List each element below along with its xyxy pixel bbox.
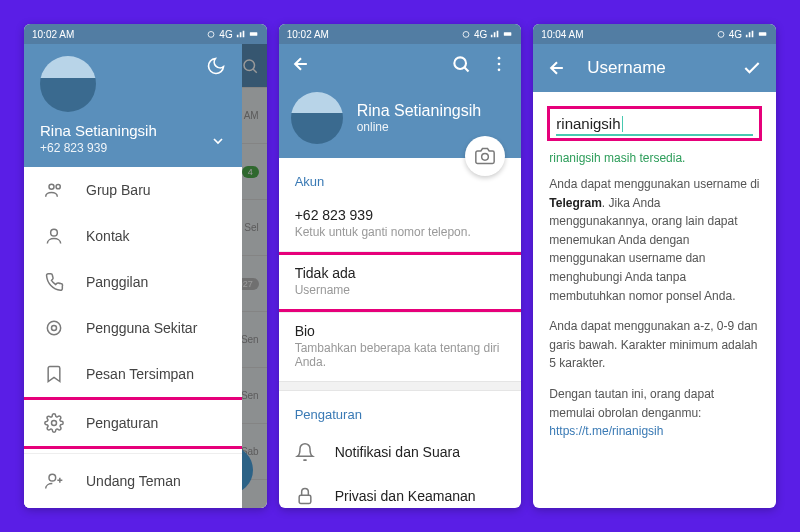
phone-icon — [44, 272, 64, 292]
availability-text: rinanigsih masih tersedia. — [533, 145, 776, 175]
status-time: 10:02 AM — [32, 29, 74, 40]
bio-title: Bio — [295, 323, 506, 339]
signal-icon — [745, 29, 755, 39]
help-text-3: Dengan tautan ini, orang dapat memulai o… — [533, 385, 776, 453]
statusbar: 10:02 AM 4G — [279, 24, 522, 44]
svg-point-8 — [52, 421, 57, 426]
status-time: 10:04 AM — [541, 29, 583, 40]
row-bio[interactable]: Bio Tambahkan beberapa kata tentang diri… — [279, 313, 522, 381]
menu-settings[interactable]: Pengaturan — [24, 400, 242, 446]
gear-icon — [44, 413, 64, 433]
svg-rect-1 — [250, 32, 258, 35]
help-text-1: Anda dapat menggunakan username di Teleg… — [533, 175, 776, 317]
signal-icon — [490, 29, 500, 39]
svg-point-14 — [498, 57, 501, 60]
menu-nearby[interactable]: Pengguna Sekitar — [24, 305, 242, 351]
svg-point-17 — [482, 154, 489, 161]
bio-sub: Tambahkan beberapa kata tentang diri And… — [295, 341, 506, 369]
svg-point-16 — [498, 69, 501, 72]
statusbar: 10:02 AM 4G — [24, 24, 267, 44]
signal-icon — [236, 29, 246, 39]
profile-name: Rina Setianingsih — [40, 122, 226, 139]
section-settings: Pengaturan — [279, 391, 522, 430]
text-cursor — [622, 116, 623, 132]
bookmark-icon — [44, 364, 64, 384]
help-text-2: Anda dapat menggunakan a-z, 0-9 dan gari… — [533, 317, 776, 385]
menu-faq[interactable]: FAQ Telegram — [24, 504, 242, 508]
profile-name: Rina Setianingsih — [357, 102, 482, 120]
svg-point-5 — [51, 229, 58, 236]
alarm-icon — [716, 29, 726, 39]
settings-header: Rina Setianingsih online — [279, 44, 522, 158]
section-divider — [279, 381, 522, 391]
setting-label: Privasi dan Keamanan — [335, 488, 476, 504]
username-header: Username — [533, 44, 776, 92]
alarm-icon — [461, 29, 471, 39]
menu-saved[interactable]: Pesan Tersimpan — [24, 351, 242, 397]
drawer-header: Rina Setianingsih +62 823 939 — [24, 44, 242, 167]
moon-icon — [206, 56, 226, 76]
avatar[interactable] — [40, 56, 96, 112]
svg-rect-12 — [504, 32, 512, 35]
check-icon[interactable] — [742, 58, 762, 78]
svg-rect-18 — [299, 495, 311, 503]
night-mode-toggle[interactable] — [206, 56, 226, 80]
highlight-username: Tidak ada Username — [279, 252, 522, 312]
menu-label: Undang Teman — [86, 473, 181, 489]
row-notifications[interactable]: Notifikasi dan Suara — [279, 430, 522, 474]
back-icon[interactable] — [547, 58, 567, 78]
username-value: Tidak ada — [295, 265, 506, 281]
battery-icon — [503, 29, 513, 39]
svg-point-7 — [47, 321, 60, 334]
back-icon[interactable] — [291, 54, 311, 74]
highlight-settings: Pengaturan — [24, 397, 242, 449]
avatar[interactable] — [291, 92, 343, 144]
screen-settings: 10:02 AM 4G Rina Setianingsih online Aku… — [279, 24, 522, 508]
menu-label: Panggilan — [86, 274, 148, 290]
svg-point-3 — [49, 184, 54, 189]
account-expand[interactable] — [210, 133, 226, 153]
phone-value: +62 823 939 — [295, 207, 506, 223]
profile-status: online — [357, 120, 482, 134]
battery-icon — [249, 29, 259, 39]
highlight-input: rinanigsih — [547, 106, 762, 141]
menu-invite[interactable]: Undang Teman — [24, 458, 242, 504]
svg-point-6 — [52, 326, 57, 331]
svg-point-11 — [463, 32, 469, 38]
username-link[interactable]: https://t.me/rinanigsih — [549, 424, 663, 438]
username-input[interactable]: rinanigsih — [556, 113, 753, 136]
battery-icon — [758, 29, 768, 39]
menu-contacts[interactable]: Kontak — [24, 213, 242, 259]
menu-calls[interactable]: Panggilan — [24, 259, 242, 305]
menu-label: Pesan Tersimpan — [86, 366, 194, 382]
camera-icon — [475, 146, 495, 166]
lock-icon — [295, 486, 315, 506]
chevron-down-icon — [210, 133, 226, 149]
svg-point-0 — [208, 32, 214, 38]
add-person-icon — [44, 471, 64, 491]
menu-label: Grup Baru — [86, 182, 151, 198]
search-icon[interactable] — [451, 54, 471, 74]
menu-label: Kontak — [86, 228, 130, 244]
menu-label: Pengguna Sekitar — [86, 320, 197, 336]
row-privacy[interactable]: Privasi dan Keamanan — [279, 474, 522, 508]
menu-new-group[interactable]: Grup Baru — [24, 167, 242, 213]
statusbar: 10:04 AM 4G — [533, 24, 776, 44]
status-icons: 4G — [206, 29, 258, 40]
svg-point-9 — [49, 474, 56, 481]
svg-point-13 — [455, 57, 467, 69]
status-time: 10:02 AM — [287, 29, 329, 40]
row-username[interactable]: Tidak ada Username — [279, 255, 522, 309]
menu-label: Pengaturan — [86, 415, 158, 431]
drawer-menu: Grup Baru Kontak Panggilan Pengguna Seki… — [24, 167, 242, 508]
svg-point-20 — [718, 32, 724, 38]
person-icon — [44, 226, 64, 246]
phone-sub: Ketuk untuk ganti nomor telepon. — [295, 225, 506, 239]
screen-username: 10:04 AM 4G Username rinanigsih rinanigs… — [533, 24, 776, 508]
page-title: Username — [587, 58, 722, 78]
row-phone[interactable]: +62 823 939 Ketuk untuk ganti nomor tele… — [279, 197, 522, 251]
more-icon[interactable] — [489, 54, 509, 74]
profile-phone: +62 823 939 — [40, 141, 226, 155]
status-icons: 4G — [716, 29, 768, 40]
svg-point-15 — [498, 63, 501, 66]
